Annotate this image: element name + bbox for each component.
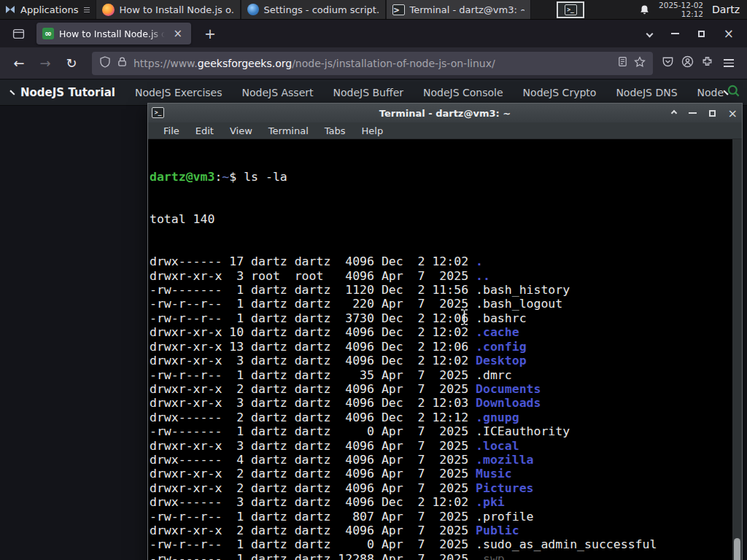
firefox-view-button[interactable] [7,24,29,43]
terminal-line: drwxr-xr-x 3 dartz dartz 4096 Apr 7 2025… [150,439,732,453]
menu-help[interactable]: Help [354,125,392,136]
taskbar-item-terminal[interactable]: >_ Terminal - dartz@vm3: ~ [386,0,531,19]
file-name: .ICEauthority [476,424,570,438]
firefox-tab-bar: ∞ How to Install Node.js on × + × [0,20,747,47]
pocket-icon[interactable] [662,55,674,71]
terminal-line: drwxr-xr-x 10 dartz dartz 4096 Dec 2 12:… [150,325,732,339]
taskbar-item-vscodium[interactable]: Settings - codium script... [241,0,386,19]
taskbar-item-firefox[interactable]: How to Install Node.js o... [96,0,241,19]
terminal-scrollbar[interactable] [732,139,742,560]
sitenav-link[interactable]: NodeJS Crypto [523,87,597,98]
directory-name: Downloads [476,396,541,410]
directory-name: Music [476,467,512,481]
terminal-line: drwxr-xr-x 3 root root 4096 Apr 7 2025 .… [150,269,732,283]
terminal-line: -rw-r--r-- 1 dartz dartz 807 Apr 7 2025 … [150,510,732,524]
clock-date: 2025-12-02 [659,1,703,9]
file-name: .profile [476,510,533,524]
url-bar[interactable]: https://www.geeksforgeeks.org/node-js/in… [92,52,653,75]
applications-menu-button[interactable]: Applications [0,0,96,19]
terminal-line: drwxr-xr-x 2 dartz dartz 4096 Apr 7 2025… [150,467,732,481]
terminal-line: drwx------ 2 dartz dartz 4096 Dec 2 12:1… [150,411,732,424]
sitenav-link[interactable]: NodeJS Buffer [333,87,404,98]
terminal-line: drwxr-xr-x 2 dartz dartz 4096 Apr 7 2025… [150,481,732,495]
directory-name: . [476,254,483,268]
tab-title: How to Install Node.js on [59,28,165,39]
list-all-tabs-icon[interactable] [646,30,653,37]
terminal-line: drwxr-xr-x 13 dartz dartz 4096 Dec 2 12:… [150,340,732,354]
reader-mode-icon[interactable] [617,56,628,70]
panel-clock[interactable]: 2025-12-02 12:12 [659,1,703,18]
bookmark-star-icon[interactable] [634,56,646,71]
menu-view[interactable]: View [222,125,260,136]
directory-name: .config [476,340,527,354]
window-maximize-button[interactable] [698,31,705,37]
terminal-line: -rw------- 1 dartz dartz 0 Apr 7 2025 .I… [150,424,732,438]
applications-label: Applications [20,4,78,15]
app-menu-hamburger-icon[interactable] [721,56,737,70]
terminal-line: -rw------- 1 dartz dartz 1120 Dec 2 11:5… [150,283,732,297]
sitenav-link[interactable]: NodeJS DNS [616,87,677,98]
firefox-icon [102,4,115,16]
account-icon[interactable] [681,55,694,71]
terminal-window-controls: × [672,104,738,122]
menu-edit[interactable]: Edit [187,125,222,136]
terminal-text: dartz@vm3:~$ ls -la total 140 drwx------… [148,139,732,560]
lock-icon[interactable] [117,56,128,70]
file-name: .bash_history [476,283,570,297]
search-icon[interactable] [727,84,740,101]
terminal-prompt-line: dartz@vm3:~$ ls -la [150,170,732,184]
browser-tab-active[interactable]: ∞ How to Install Node.js on × [36,23,191,44]
forward-button[interactable]: → [34,52,57,74]
tab-close-icon[interactable]: × [170,27,185,41]
terminal-line: drwx------ 3 dartz dartz 4096 Dec 2 12:0… [150,495,732,509]
workspace-switcher[interactable]: >_ [557,1,584,18]
tracking-shield-icon[interactable] [99,56,111,71]
terminal-line: -rw-r--r-- 1 dartz dartz 220 Apr 7 2025 … [150,297,732,311]
terminal-line: -rw-r--r-- 1 dartz dartz 3730 Dec 2 12:0… [150,311,732,325]
terminal-line: drwxr-xr-x 2 dartz dartz 4096 Apr 7 2025… [150,524,732,537]
back-button[interactable]: ← [7,52,31,74]
directory-name: Pictures [476,481,533,495]
file-name: .sudo_as_admin_successful [476,537,657,551]
file-name: .bashrc [476,311,527,325]
notification-bell-icon[interactable] [639,4,650,15]
tabbar-right-controls: × [647,28,740,40]
panel-status-area: 2025-12-02 12:12 Dartz [639,0,747,19]
new-tab-button[interactable]: + [198,26,222,42]
directory-name: Public [476,524,519,537]
menu-tabs[interactable]: Tabs [317,125,354,136]
sitenav-back-link[interactable]: NodeJS Tutorial [20,86,115,99]
reload-button[interactable]: ↻ [60,52,83,74]
terminal-titlebar[interactable]: >_ Terminal - dartz@vm3: ~ × [148,104,742,122]
chevron-left-icon[interactable] [9,90,15,95]
sitenav-link[interactable]: NodeJS Console [423,87,503,98]
sitenav-link[interactable]: NodeJS Exercises [135,87,222,98]
distro-logo-icon [4,4,16,15]
terminal-maximize-button[interactable] [709,110,716,117]
terminal-shade-button[interactable] [670,110,676,116]
terminal-icon: >_ [565,4,577,15]
sitenav-link[interactable]: NodeJS Assert [241,87,313,98]
window-minimize-button[interactable] [671,33,679,34]
directory-name: .mozilla [476,453,533,467]
menu-terminal[interactable]: Terminal [260,125,317,136]
menu-file[interactable]: File [155,125,187,136]
top-panel: Applications How to Install Node.js o...… [0,0,747,20]
extensions-puzzle-icon[interactable] [701,55,713,71]
terminal-close-button[interactable]: × [728,107,738,120]
directory-name: Documents [476,382,541,396]
terminal-output: drwx------ 17 dartz dartz 4096 Dec 2 12:… [150,254,732,560]
terminal-total-line: total 140 [150,212,732,226]
terminal-minimize-button[interactable] [689,112,697,114]
window-close-button[interactable]: × [724,28,734,40]
directory-name: Desktop [476,354,527,368]
terminal-scrollbar-thumb[interactable] [734,538,740,560]
file-name: .swp [476,552,505,560]
directory-name: .. [476,269,490,283]
taskbar-item-label: How to Install Node.js o... [119,4,234,15]
sitenav-link[interactable]: Node [697,87,724,98]
terminal-line: -rw-r--r-- 1 dartz dartz 0 Apr 7 2025 .s… [150,537,732,551]
clock-time: 12:12 [659,9,703,18]
file-name: .bash_logout [476,297,562,311]
terminal-body[interactable]: dartz@vm3:~$ ls -la total 140 drwx------… [148,139,742,560]
